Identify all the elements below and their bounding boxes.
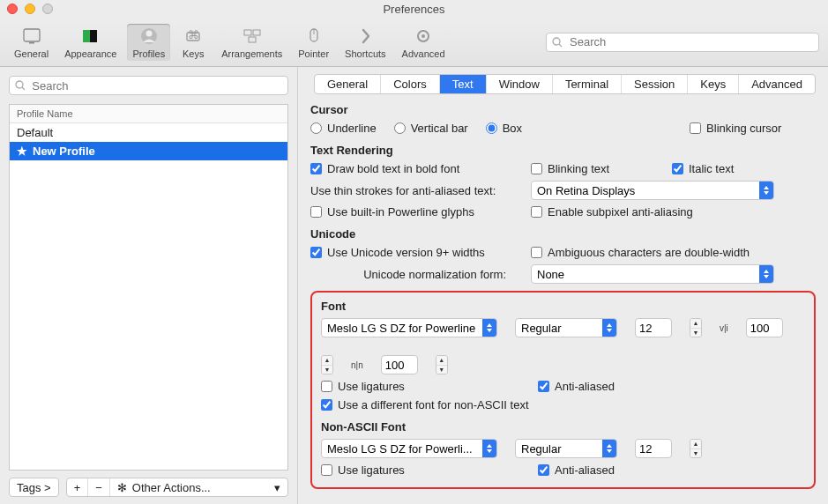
- section-heading: Unicode: [310, 227, 816, 241]
- svg-line-18: [22, 87, 25, 90]
- shortcuts-icon: [353, 26, 377, 47]
- profile-list-header: Profile Name: [10, 105, 287, 123]
- bold-font-checkbox[interactable]: Draw bold text in bold font: [310, 162, 513, 175]
- thin-strokes-select[interactable]: On Retina Displays: [531, 181, 774, 200]
- unicode9-checkbox[interactable]: Use Unicode version 9+ widths: [310, 246, 513, 259]
- zoom-window-button[interactable]: [42, 4, 53, 14]
- nafont-ligatures-checkbox[interactable]: Use ligatures: [321, 463, 520, 477]
- section-heading: Cursor: [310, 103, 816, 116]
- cursor-underline-radio[interactable]: Underline: [310, 122, 377, 135]
- nafont-style-select[interactable]: Regular: [515, 439, 617, 458]
- tab-advanced[interactable]: Advanced: [739, 75, 815, 93]
- font-size-stepper[interactable]: ▲▼: [690, 318, 702, 337]
- select-arrows-icon: [482, 319, 496, 337]
- profile-row[interactable]: Default: [10, 123, 287, 142]
- toolbar-item-profiles[interactable]: Profiles: [127, 24, 170, 61]
- svg-rect-0: [24, 29, 40, 41]
- tab-terminal[interactable]: Terminal: [553, 75, 622, 93]
- section-cursor: Cursor Underline Vertical bar Box Blinki…: [310, 103, 816, 135]
- unicode-normalization-select[interactable]: None: [531, 264, 774, 284]
- toolbar-item-general[interactable]: General: [9, 24, 54, 61]
- nafont-size-stepper[interactable]: ▲▼: [690, 439, 702, 458]
- font-size-input[interactable]: [635, 318, 672, 337]
- svg-point-5: [145, 30, 152, 36]
- section-unicode: Unicode Use Unicode version 9+ widths Am…: [310, 227, 816, 284]
- svg-line-16: [559, 44, 562, 47]
- profile-tabs: General Colors Text Window Terminal Sess…: [314, 74, 816, 94]
- tab-window[interactable]: Window: [487, 75, 553, 93]
- tab-general[interactable]: General: [315, 75, 381, 93]
- powerline-glyphs-checkbox[interactable]: Use built-in Powerline glyphs: [310, 205, 513, 219]
- cursor-box-radio[interactable]: Box: [486, 122, 522, 135]
- profile-search-input[interactable]: [30, 78, 282, 93]
- close-window-button[interactable]: [7, 4, 18, 14]
- toolbar-item-advanced[interactable]: Advanced: [397, 24, 451, 61]
- nafont-size-input[interactable]: [635, 439, 672, 458]
- toolbar-item-arrangements[interactable]: Arrangements: [216, 24, 287, 61]
- section-nonascii-font: Non-ASCII Font Meslo LG S DZ for Powerli…: [321, 420, 805, 477]
- toolbar-label: Advanced: [402, 48, 445, 59]
- profile-search[interactable]: [9, 76, 288, 95]
- remove-profile-button[interactable]: −: [88, 478, 110, 496]
- profiles-icon: [137, 26, 161, 47]
- svg-rect-9: [253, 30, 260, 35]
- toolbar-label: Pointer: [298, 48, 329, 59]
- search-icon: [15, 80, 25, 91]
- ambiguous-dw-checkbox[interactable]: Ambiguous characters are double-width: [531, 246, 750, 259]
- blinking-text-checkbox[interactable]: Blinking text: [531, 162, 654, 175]
- svg-point-14: [421, 34, 425, 38]
- section-heading: Non-ASCII Font: [321, 420, 805, 434]
- horizontal-spacing-stepper[interactable]: ▲▼: [436, 355, 448, 374]
- other-actions-button[interactable]: ✻ Other Actions... ▾: [110, 478, 287, 496]
- cursor-vertical-radio[interactable]: Vertical bar: [394, 122, 468, 135]
- tags-button[interactable]: Tags >: [9, 478, 59, 497]
- svg-text:⌘: ⌘: [188, 28, 199, 41]
- tab-text[interactable]: Text: [440, 75, 487, 93]
- vertical-spacing-input[interactable]: [746, 318, 783, 337]
- vertical-spacing-icon: v|i: [720, 323, 728, 333]
- font-style-select[interactable]: Regular: [515, 318, 617, 337]
- toolbar-label: Keys: [183, 48, 204, 59]
- toolbar-label: Profiles: [132, 48, 165, 59]
- section-heading: Text Rendering: [310, 144, 816, 157]
- blinking-cursor-checkbox[interactable]: Blinking cursor: [690, 122, 781, 135]
- profile-row-label: Default: [17, 126, 53, 139]
- chevron-down-icon: ▾: [274, 481, 280, 494]
- toolbar-item-shortcuts[interactable]: Shortcuts: [339, 24, 391, 61]
- pointer-icon: [302, 26, 326, 47]
- svg-point-17: [16, 81, 23, 88]
- vertical-spacing-stepper[interactable]: ▲▼: [321, 355, 333, 374]
- svg-rect-8: [244, 30, 251, 35]
- font-antialiased-checkbox[interactable]: Anti-aliased: [538, 380, 615, 393]
- toolbar-search-input[interactable]: [568, 34, 813, 49]
- appearance-icon: [78, 26, 103, 47]
- font-ligatures-checkbox[interactable]: Use ligatures: [321, 380, 520, 393]
- italic-text-checkbox[interactable]: Italic text: [672, 162, 734, 175]
- toolbar-item-pointer[interactable]: Pointer: [293, 24, 334, 61]
- toolbar-item-keys[interactable]: ⌘ Keys: [175, 24, 211, 61]
- select-arrows-icon: [602, 319, 616, 337]
- highlighted-font-region: Font Meslo LG S DZ for Powerline Regular…: [310, 291, 816, 489]
- tab-session[interactable]: Session: [622, 75, 688, 93]
- select-arrows-icon: [759, 265, 773, 283]
- add-profile-button[interactable]: +: [67, 478, 89, 496]
- font-family-select[interactable]: Meslo LG S DZ for Powerline: [321, 318, 497, 337]
- minimize-window-button[interactable]: [25, 4, 35, 14]
- tab-colors[interactable]: Colors: [381, 75, 440, 93]
- profile-row-label: New Profile: [33, 145, 95, 158]
- select-arrows-icon: [602, 440, 616, 457]
- star-icon: ★: [17, 145, 27, 158]
- profile-list[interactable]: Profile Name Default ★ New Profile: [9, 104, 288, 471]
- use-nonascii-font-checkbox[interactable]: Use a different font for non-ASCII text: [321, 398, 529, 411]
- subpixel-aa-checkbox[interactable]: Enable subpixel anti-aliasing: [531, 205, 693, 219]
- toolbar-label: General: [14, 48, 48, 59]
- select-arrows-icon: [482, 440, 496, 457]
- toolbar-item-appearance[interactable]: Appearance: [59, 24, 122, 61]
- gear-icon: ✻: [117, 481, 127, 494]
- nafont-antialiased-checkbox[interactable]: Anti-aliased: [538, 463, 615, 477]
- toolbar-search[interactable]: [546, 33, 819, 52]
- nafont-family-select[interactable]: Meslo LG S DZ for Powerli...: [321, 439, 497, 458]
- profile-row-selected[interactable]: ★ New Profile: [10, 142, 287, 160]
- tab-keys[interactable]: Keys: [688, 75, 739, 93]
- horizontal-spacing-input[interactable]: [381, 355, 418, 374]
